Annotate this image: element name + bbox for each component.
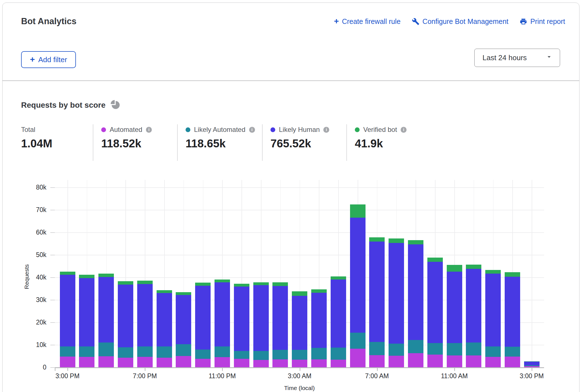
bar-segment[interactable] — [118, 358, 133, 367]
info-icon[interactable]: i — [323, 127, 329, 133]
bar-segment[interactable] — [157, 293, 172, 346]
bar-segment[interactable] — [350, 218, 366, 333]
create-firewall-rule-link[interactable]: + Create firewall rule — [334, 17, 401, 26]
bar-segment[interactable] — [60, 357, 75, 367]
bar-segment[interactable] — [253, 285, 269, 351]
bar-segment[interactable] — [466, 265, 481, 269]
bar-segment[interactable] — [137, 281, 153, 284]
bar-segment[interactable] — [350, 349, 366, 367]
bar-segment[interactable] — [311, 293, 327, 348]
bar-segment[interactable] — [369, 237, 385, 241]
bar-segment[interactable] — [350, 204, 366, 218]
bar-segment[interactable] — [485, 346, 501, 357]
bar-segment[interactable] — [427, 343, 443, 355]
bar-segment[interactable] — [505, 272, 520, 277]
bar-segment[interactable] — [389, 243, 404, 344]
bar-segment[interactable] — [157, 358, 172, 367]
bar-segment[interactable] — [447, 343, 462, 355]
configure-bot-management-link[interactable]: Configure Bot Management — [412, 17, 509, 26]
bar-segment[interactable] — [195, 350, 211, 359]
bar-segment[interactable] — [505, 277, 520, 347]
bar-segment[interactable] — [524, 362, 540, 365]
bar-segment[interactable] — [176, 356, 191, 367]
bar-segment[interactable] — [485, 357, 501, 367]
bar-segment[interactable] — [215, 280, 230, 282]
bar-segment[interactable] — [234, 287, 249, 351]
bar-segment[interactable] — [447, 265, 462, 272]
bar-segment[interactable] — [466, 269, 481, 343]
bar-segment[interactable] — [331, 280, 346, 348]
bar-segment[interactable] — [408, 240, 423, 244]
bar-segment[interactable] — [311, 289, 327, 293]
bar-segment[interactable] — [215, 282, 230, 346]
bar-segment[interactable] — [369, 355, 385, 367]
bar-segment[interactable] — [137, 346, 153, 357]
info-icon[interactable]: i — [249, 127, 255, 133]
bar-segment[interactable] — [79, 275, 94, 278]
bar-segment[interactable] — [253, 282, 269, 285]
bar-segment[interactable] — [447, 355, 462, 367]
bar-segment[interactable] — [176, 292, 191, 295]
bar-segment[interactable] — [485, 274, 501, 346]
add-filter-button[interactable]: + Add filter — [21, 51, 76, 68]
bar-segment[interactable] — [427, 262, 443, 343]
bar-segment[interactable] — [272, 359, 288, 367]
print-report-link[interactable]: Print report — [520, 17, 565, 26]
bar-segment[interactable] — [389, 344, 404, 356]
bar-segment[interactable] — [195, 359, 211, 367]
bar-segment[interactable] — [524, 361, 540, 362]
bar-segment[interactable] — [253, 351, 269, 360]
bar-segment[interactable] — [331, 360, 346, 367]
bar-segment[interactable] — [60, 272, 75, 275]
bar-segment[interactable] — [98, 343, 114, 356]
bar-segment[interactable] — [389, 356, 404, 367]
bar-segment[interactable] — [157, 290, 172, 293]
info-icon[interactable]: i — [401, 127, 407, 133]
bar-segment[interactable] — [408, 340, 423, 353]
bar-segment[interactable] — [331, 348, 346, 360]
bar-segment[interactable] — [350, 333, 366, 349]
bar-segment[interactable] — [524, 365, 540, 366]
bar-segment[interactable] — [60, 346, 75, 357]
bar-segment[interactable] — [505, 347, 520, 357]
bar-segment[interactable] — [98, 356, 114, 367]
info-icon[interactable]: i — [146, 127, 152, 133]
bar-segment[interactable] — [79, 278, 94, 346]
bar-segment[interactable] — [272, 282, 288, 286]
bar-segment[interactable] — [485, 270, 501, 274]
bar-segment[interactable] — [408, 353, 423, 367]
bar-segment[interactable] — [215, 357, 230, 367]
bar-segment[interactable] — [118, 285, 133, 347]
bar-segment[interactable] — [137, 357, 153, 367]
bar-segment[interactable] — [311, 348, 327, 359]
bar-segment[interactable] — [118, 281, 133, 285]
bar-segment[interactable] — [389, 238, 404, 243]
bar-segment[interactable] — [195, 286, 211, 350]
bar-segment[interactable] — [369, 342, 385, 355]
bar-segment[interactable] — [292, 291, 307, 296]
bar-segment[interactable] — [447, 272, 462, 343]
bar-segment[interactable] — [79, 346, 94, 357]
bar-segment[interactable] — [292, 350, 307, 359]
bar-segment[interactable] — [234, 284, 249, 287]
bar-segment[interactable] — [60, 275, 75, 346]
bar-segment[interactable] — [137, 284, 153, 346]
bar-segment[interactable] — [505, 357, 520, 367]
bar-segment[interactable] — [272, 286, 288, 350]
bar-segment[interactable] — [234, 359, 249, 367]
bar-segment[interactable] — [118, 347, 133, 358]
bar-segment[interactable] — [331, 276, 346, 280]
bar-segment[interactable] — [79, 357, 94, 367]
bar-segment[interactable] — [311, 359, 327, 367]
bar-segment[interactable] — [466, 343, 481, 355]
bar-segment[interactable] — [176, 344, 191, 356]
bar-segment[interactable] — [427, 355, 443, 367]
bar-segment[interactable] — [157, 346, 172, 358]
bar-segment[interactable] — [253, 360, 269, 367]
bar-segment[interactable] — [195, 283, 211, 285]
bar-segment[interactable] — [215, 346, 230, 357]
bar-segment[interactable] — [466, 355, 481, 367]
bar-segment[interactable] — [369, 242, 385, 342]
bar-segment[interactable] — [272, 350, 288, 359]
bar-segment[interactable] — [427, 258, 443, 262]
